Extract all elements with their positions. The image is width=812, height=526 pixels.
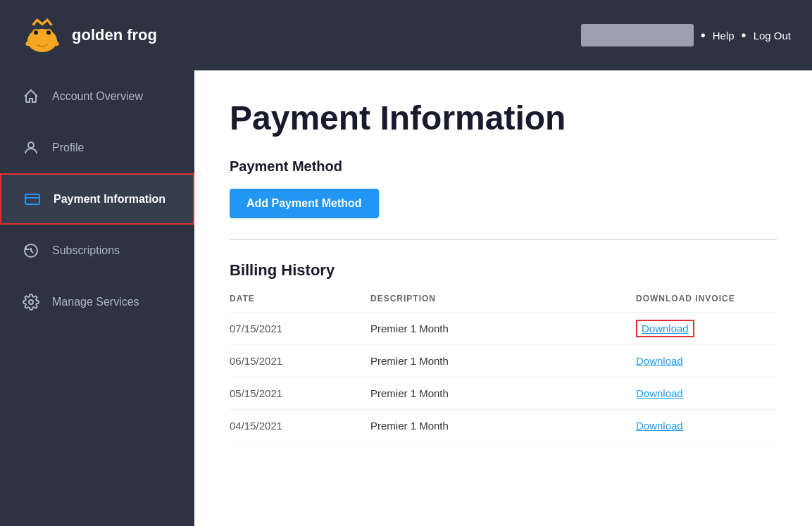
download-link[interactable]: Download bbox=[636, 355, 683, 367]
sidebar-item-subscriptions-label: Subscriptions bbox=[52, 244, 120, 257]
billing-description: Premier 1 Month bbox=[370, 345, 636, 377]
home-icon bbox=[21, 87, 41, 106]
sidebar-item-profile[interactable]: Profile bbox=[0, 122, 194, 173]
sidebar-item-manage-services[interactable]: Manage Services bbox=[0, 276, 194, 327]
help-link[interactable]: Help bbox=[713, 30, 735, 42]
billing-description: Premier 1 Month bbox=[370, 410, 636, 442]
col-header-description: DESCRIPTION bbox=[370, 294, 636, 313]
svg-point-4 bbox=[34, 30, 38, 35]
billing-invoice: Download bbox=[636, 410, 777, 442]
billing-date: 06/15/2021 bbox=[230, 345, 370, 377]
sidebar-item-payment-information[interactable]: Payment Information bbox=[0, 173, 194, 225]
billing-date: 05/15/2021 bbox=[230, 377, 370, 410]
table-row: 07/15/2021Premier 1 MonthDownload bbox=[230, 313, 777, 345]
sidebar-item-subscriptions[interactable]: Subscriptions bbox=[0, 225, 194, 276]
gear-icon bbox=[21, 292, 41, 312]
main-content: Payment Information Payment Method Add P… bbox=[194, 70, 812, 526]
sidebar: Account Overview Profile Payment Informa… bbox=[0, 70, 194, 526]
svg-point-12 bbox=[29, 300, 33, 304]
svg-marker-0 bbox=[32, 18, 53, 26]
svg-point-5 bbox=[46, 30, 51, 35]
add-payment-button[interactable]: Add Payment Method bbox=[230, 189, 379, 218]
logo-text: golden frog bbox=[72, 26, 157, 44]
section-divider bbox=[230, 239, 777, 240]
billing-invoice: Download bbox=[636, 345, 777, 377]
download-link[interactable]: Download bbox=[636, 420, 683, 432]
logo-icon bbox=[21, 14, 63, 56]
table-row: 04/15/2021Premier 1 MonthDownload bbox=[230, 410, 777, 442]
page-title: Payment Information bbox=[230, 99, 777, 137]
search-input[interactable] bbox=[581, 24, 694, 46]
sidebar-item-account-overview[interactable]: Account Overview bbox=[0, 70, 194, 122]
logout-link[interactable]: Log Out bbox=[754, 30, 791, 42]
header-dot-1: • bbox=[701, 28, 706, 42]
billing-invoice: Download bbox=[636, 377, 777, 410]
card-icon bbox=[23, 189, 42, 209]
col-header-invoice: DOWNLOAD INVOICE bbox=[636, 294, 777, 313]
sidebar-item-payment-information-label: Payment Information bbox=[54, 193, 165, 206]
refresh-icon bbox=[21, 241, 41, 261]
logo-area: golden frog bbox=[21, 14, 157, 56]
table-row: 05/15/2021Premier 1 MonthDownload bbox=[230, 377, 777, 410]
billing-description: Premier 1 Month bbox=[370, 377, 636, 410]
sidebar-item-manage-services-label: Manage Services bbox=[52, 296, 139, 308]
col-header-date: DATE bbox=[230, 294, 370, 313]
download-link[interactable]: Download bbox=[636, 320, 694, 337]
svg-rect-9 bbox=[25, 194, 39, 204]
sidebar-item-account-overview-label: Account Overview bbox=[52, 90, 143, 103]
user-icon bbox=[21, 138, 41, 158]
header: golden frog • Help • Log Out bbox=[0, 0, 812, 70]
billing-table: DATE DESCRIPTION DOWNLOAD INVOICE 07/15/… bbox=[230, 294, 777, 442]
svg-point-8 bbox=[28, 142, 34, 148]
layout: Account Overview Profile Payment Informa… bbox=[0, 70, 812, 526]
billing-history-title: Billing History bbox=[230, 261, 777, 280]
sidebar-item-profile-label: Profile bbox=[52, 142, 84, 154]
header-dot-2: • bbox=[742, 28, 747, 42]
billing-date: 04/15/2021 bbox=[230, 410, 370, 442]
billing-date: 07/15/2021 bbox=[230, 313, 370, 345]
header-right: • Help • Log Out bbox=[581, 24, 791, 46]
payment-method-title: Payment Method bbox=[230, 158, 777, 175]
table-row: 06/15/2021Premier 1 MonthDownload bbox=[230, 345, 777, 377]
billing-description: Premier 1 Month bbox=[370, 313, 636, 345]
download-link[interactable]: Download bbox=[636, 387, 683, 399]
billing-invoice: Download bbox=[636, 313, 777, 345]
